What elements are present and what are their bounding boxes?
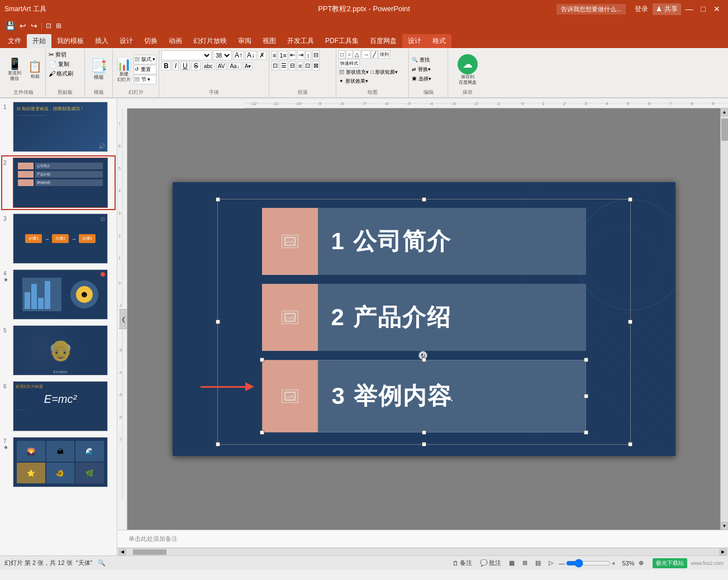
shape-arrow-btn[interactable]: → bbox=[361, 50, 370, 59]
search-box-top[interactable]: 告诉我您想要做什么... bbox=[556, 4, 626, 15]
shape-fill-btn[interactable]: ▤ 形状填充▾ bbox=[339, 68, 369, 77]
font-family-select[interactable] bbox=[161, 50, 212, 60]
h-scroll-thumb[interactable] bbox=[133, 549, 166, 555]
shape-outline-btn[interactable]: □ 形状轮廓▾ bbox=[370, 68, 399, 77]
replace-btn[interactable]: ⇌ 替换▾ bbox=[411, 65, 445, 74]
select-btn[interactable]: ▣ 选择▾ bbox=[411, 75, 445, 83]
accessibility-btn[interactable]: 🔍 bbox=[96, 558, 108, 568]
panel-collapse-btn[interactable]: ❮ bbox=[120, 309, 127, 329]
shape-line-btn[interactable]: ╱ bbox=[371, 50, 378, 59]
slide-canvas[interactable]: 1 公司简介 2 产品介绍 bbox=[127, 108, 720, 530]
scroll-up-btn[interactable]: ▲ bbox=[721, 108, 729, 116]
smartart-item-3[interactable]: 3 举例内容 bbox=[262, 360, 586, 432]
slide-item-7[interactable]: 7★ 🌄 🏔 🌊 ⭐ 🐠 🌿 bbox=[2, 436, 115, 488]
comments-btn[interactable]: 💬批注 bbox=[478, 558, 503, 568]
save-qa-btn[interactable]: 💾 bbox=[4, 20, 16, 31]
send-wechat-btn[interactable]: 📱 发送到微信 bbox=[3, 56, 26, 82]
scroll-down-btn[interactable]: ▼ bbox=[721, 522, 729, 530]
slide-item-2[interactable]: 2 公司简介 产品介绍 举例内容 bbox=[2, 156, 115, 209]
view-slide-sorter-btn[interactable]: ⊞ bbox=[520, 558, 530, 568]
shape-rect-btn[interactable]: □ bbox=[339, 50, 345, 59]
bold-btn[interactable]: B bbox=[161, 61, 171, 70]
arrange-btn[interactable]: 排列 bbox=[378, 50, 391, 59]
layout-btn[interactable]: ▤ 版式 ▾ bbox=[134, 55, 156, 64]
zoom-slider[interactable]: — + bbox=[559, 560, 615, 567]
slide-item-5[interactable]: 5 👴 Einstein bbox=[2, 324, 115, 377]
tab-slideshow[interactable]: 幻灯片放映 bbox=[188, 34, 232, 48]
tab-design[interactable]: 设计 bbox=[114, 34, 139, 48]
align-center-btn[interactable]: ☰ bbox=[280, 61, 288, 70]
undo-qa-btn[interactable]: ↩ bbox=[18, 20, 27, 31]
paste-btn[interactable]: 📋 粘贴 bbox=[27, 59, 43, 80]
tab-home[interactable]: 开始 bbox=[27, 34, 51, 48]
present-qa-btn[interactable]: ⊡ bbox=[45, 21, 53, 31]
tab-mytemplate[interactable]: 我的模板 bbox=[51, 34, 89, 48]
font-size-select[interactable]: 38 bbox=[213, 50, 232, 60]
tab-transitions[interactable]: 切换 bbox=[139, 34, 163, 48]
shape-effects-btn[interactable]: ✦ 形状效果▾ bbox=[339, 77, 369, 85]
redo-qa-btn[interactable]: ↪ bbox=[30, 20, 39, 31]
slide-item-3[interactable]: 3 步骤1 → 步骤2 → 步骤3 ⊡ bbox=[2, 212, 115, 265]
tab-insert[interactable]: 插入 bbox=[89, 34, 114, 48]
italic-btn[interactable]: I bbox=[173, 61, 179, 70]
tab-view[interactable]: 视图 bbox=[257, 34, 282, 48]
tab-pdf[interactable]: PDF工具集 bbox=[320, 34, 364, 48]
close-btn[interactable]: ✕ bbox=[710, 4, 724, 13]
template-btn[interactable]: 📑 模板 bbox=[89, 57, 108, 82]
char-spacing-btn[interactable]: AV bbox=[216, 63, 227, 70]
text-shadow-btn[interactable]: abc bbox=[202, 63, 215, 70]
slide-item-6[interactable]: 6 处理幻灯片标题 E=mc² ··········· bbox=[2, 380, 115, 432]
minimize-btn[interactable]: — bbox=[682, 4, 697, 13]
scroll-thumb[interactable] bbox=[721, 118, 728, 141]
share-btn[interactable]: ♟ 共享 bbox=[653, 3, 681, 15]
tab-file[interactable]: 文件 bbox=[2, 34, 27, 48]
format-painter-btn[interactable]: 🖌格式刷 bbox=[48, 69, 82, 78]
columns-btn[interactable]: ⊟ bbox=[312, 50, 320, 60]
view-reading-btn[interactable]: ▤ bbox=[533, 558, 543, 568]
h-scrollbar[interactable]: ◀ ▶ bbox=[117, 548, 728, 555]
tab-baidunetdisk[interactable]: 百度网盘 bbox=[364, 34, 402, 48]
add-comments-text[interactable]: 单击此处添加备注 bbox=[129, 535, 178, 543]
copy-btn[interactable]: 📄复制 bbox=[48, 60, 82, 69]
new-slide-btn[interactable]: 📊 新建幻灯片 bbox=[115, 56, 132, 83]
tab-animations[interactable]: 动画 bbox=[163, 34, 188, 48]
h-scroll-right-btn[interactable]: ▶ bbox=[719, 549, 727, 555]
login-btn[interactable]: 登录 bbox=[631, 3, 651, 15]
clear-format-btn[interactable]: ✗ bbox=[258, 51, 267, 60]
v-scrollbar[interactable]: ▲ ▼ bbox=[720, 108, 728, 530]
tab-developer[interactable]: 开发工具 bbox=[282, 34, 320, 48]
restore-btn[interactable]: □ bbox=[698, 4, 709, 13]
shape-oval-btn[interactable]: ○ bbox=[346, 50, 353, 59]
tab-review[interactable]: 审阅 bbox=[232, 34, 257, 48]
tab-smartart-design[interactable]: 设计 bbox=[402, 34, 427, 48]
section-btn[interactable]: ▤ 节 ▾ bbox=[134, 75, 156, 84]
strikethrough-btn[interactable]: S bbox=[192, 61, 201, 70]
find-btn[interactable]: 🔍 查找 bbox=[411, 56, 445, 64]
line-spacing-btn[interactable]: ↕ bbox=[306, 51, 311, 60]
save-to-disk-btn[interactable]: ☁ 保存到百度网盘 bbox=[458, 54, 478, 85]
bullets-btn[interactable]: ≡ bbox=[272, 51, 277, 60]
align-right-btn[interactable]: ⊟ bbox=[289, 61, 296, 70]
numbering-btn[interactable]: 1≡ bbox=[278, 51, 288, 60]
justify-btn[interactable]: ≡ bbox=[297, 61, 303, 70]
layout-qa-btn[interactable]: ⊞ bbox=[55, 21, 63, 31]
reset-btn[interactable]: ↺ 重置 bbox=[134, 65, 156, 74]
underline-btn[interactable]: U bbox=[180, 61, 190, 70]
h-scroll-left-btn[interactable]: ◀ bbox=[118, 549, 126, 555]
comments-area[interactable]: 单击此处添加备注 bbox=[117, 530, 728, 548]
view-slideshow-btn[interactable]: ▷ bbox=[546, 558, 555, 568]
change-case-btn[interactable]: Aa↓ bbox=[228, 63, 241, 70]
slide-item-4[interactable]: 4★ ☻ bbox=[2, 268, 115, 321]
increase-font-btn[interactable]: A↑ bbox=[233, 51, 244, 60]
slide-item-1[interactable]: 1 ⊡ 知识改变命运，技能创造成功！ .....................… bbox=[2, 101, 115, 153]
text-direction-btn[interactable]: ⊡ bbox=[304, 61, 311, 70]
cut-btn[interactable]: ✂剪切 bbox=[48, 50, 82, 59]
view-normal-btn[interactable]: ▦ bbox=[507, 558, 517, 568]
smartart-convert-btn[interactable]: ⊠ bbox=[312, 61, 320, 70]
fit-to-window-btn[interactable]: ⊕ bbox=[637, 558, 645, 568]
tab-smartart-format[interactable]: 格式 bbox=[427, 34, 451, 48]
shape-triangle-btn[interactable]: △ bbox=[353, 50, 361, 59]
notes-btn[interactable]: 🗒备注 bbox=[450, 558, 474, 568]
quick-styles-btn[interactable]: 快速样式 bbox=[339, 59, 360, 68]
font-color-btn[interactable]: A▾ bbox=[243, 63, 253, 70]
